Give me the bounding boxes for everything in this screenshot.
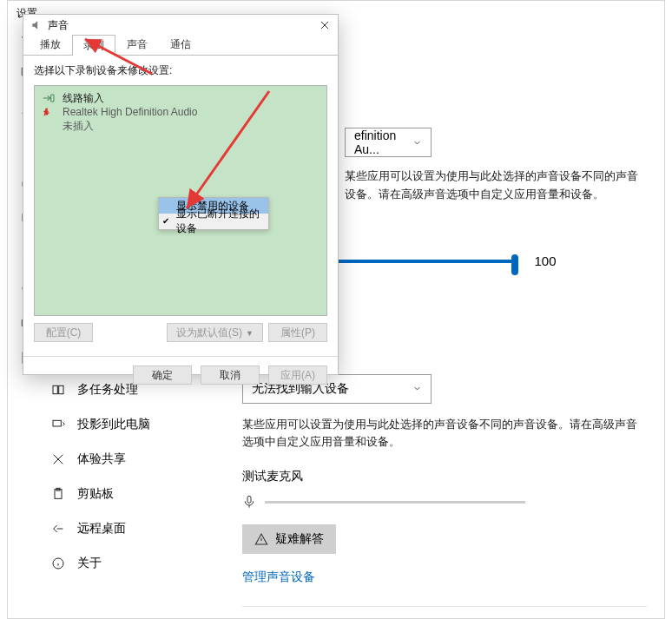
chevron-down-icon	[412, 138, 422, 148]
remote-icon	[51, 522, 65, 536]
volume-value: 100	[524, 254, 567, 268]
unplugged-arrow-icon	[42, 107, 52, 117]
menu-label: 显示已断开连接的设备	[176, 207, 268, 236]
svg-rect-16	[51, 95, 54, 102]
output-device-dropdown[interactable]: efinition Au...	[345, 128, 432, 157]
svg-rect-12	[247, 497, 251, 504]
mic-test-row	[242, 493, 647, 510]
project-icon	[51, 418, 65, 431]
device-list[interactable]: 线路输入 Realtek High Definition Audio 未插入 显…	[34, 85, 327, 316]
sound-dialog: 声音 播放 录制 声音 通信 选择以下录制设备来修改设置: 线路输入 Realt…	[23, 14, 339, 375]
warning-icon	[254, 532, 268, 546]
caret-down-icon: ▼	[246, 329, 254, 338]
tab-communications[interactable]: 通信	[159, 34, 202, 55]
context-menu: 显示禁用的设备 ✔ 显示已断开连接的设备	[158, 197, 269, 230]
nav-label: 剪贴板	[77, 486, 114, 502]
menu-show-disconnected[interactable]: ✔ 显示已断开连接的设备	[159, 214, 268, 229]
close-button[interactable]	[319, 19, 331, 31]
dialog-titlebar: 声音	[23, 15, 338, 36]
mic-icon	[242, 493, 256, 510]
check-icon: ✔	[162, 216, 169, 226]
svg-rect-8	[53, 420, 61, 426]
about-icon	[51, 556, 65, 570]
test-mic-label: 测试麦克风	[242, 469, 647, 484]
dialog-mid-buttons: 配置(C) 设为默认值(S)▼ 属性(P)	[34, 323, 327, 342]
ok-button[interactable]: 确定	[133, 365, 192, 385]
shared-icon	[51, 452, 65, 466]
nav-item-remote[interactable]: 远程桌面	[48, 511, 230, 546]
configure-button[interactable]: 配置(C)	[34, 323, 93, 342]
sound-icon	[30, 19, 43, 31]
device-status: 未插入	[63, 119, 197, 133]
dropdown-value: efinition Au...	[354, 128, 412, 156]
nav-item-about[interactable]: 关于	[48, 546, 230, 581]
nav-item-project[interactable]: 投影到此电脑	[48, 407, 230, 442]
manage-sound-devices-link[interactable]: 管理声音设备	[242, 570, 315, 585]
nav-label: 关于	[77, 556, 102, 571]
tab-playback[interactable]: 播放	[29, 34, 72, 55]
nav-label: 远程桌面	[77, 521, 126, 537]
slider-thumb[interactable]	[511, 254, 518, 275]
device-line-in[interactable]: 线路输入 Realtek High Definition Audio 未插入	[35, 86, 326, 139]
button-label: 疑难解答	[275, 531, 324, 547]
input-note: 某些应用可以设置为使用与此处选择的声音设备不同的声音设备。请在高级声音选项中自定…	[242, 416, 642, 452]
set-default-button[interactable]: 设为默认值(S)▼	[167, 323, 263, 342]
mic-level-bar	[265, 501, 525, 504]
dialog-title: 声音	[48, 18, 69, 33]
device-name: 线路输入	[63, 91, 197, 105]
dialog-body: 选择以下录制设备来修改设置: 线路输入 Realtek High Definit…	[23, 55, 338, 349]
chevron-down-icon	[412, 384, 422, 393]
properties-button[interactable]: 属性(P)	[268, 323, 327, 342]
tab-sounds[interactable]: 声音	[115, 34, 159, 55]
dialog-tabs: 播放 录制 声音 通信	[23, 36, 338, 55]
dialog-instruction: 选择以下录制设备来修改设置:	[34, 63, 327, 78]
nav-label: 投影到此电脑	[77, 417, 150, 432]
clipboard-icon	[51, 487, 65, 501]
nav-item-shared[interactable]: 体验共享	[48, 442, 230, 477]
nav-label: 体验共享	[77, 451, 126, 467]
line-in-icon	[42, 91, 56, 105]
nav-item-clipboard[interactable]: 剪贴板	[48, 477, 230, 511]
dialog-footer: 确定 取消 应用(A)	[23, 357, 338, 395]
divider	[242, 606, 647, 607]
troubleshoot-button[interactable]: 疑难解答	[242, 524, 336, 554]
device-driver: Realtek High Definition Audio	[63, 105, 197, 119]
tab-recording[interactable]: 录制	[72, 35, 115, 56]
apply-button[interactable]: 应用(A)	[268, 365, 327, 385]
cancel-button[interactable]: 取消	[201, 365, 260, 385]
